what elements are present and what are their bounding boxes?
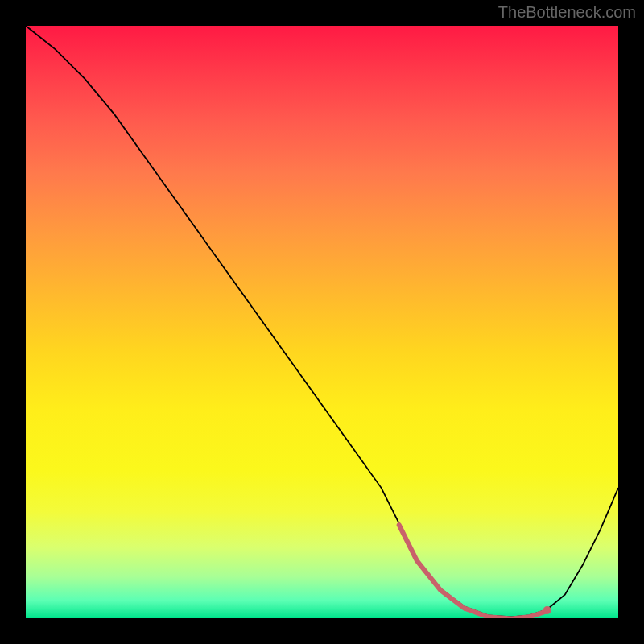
optimal-marker-dot: [543, 606, 551, 614]
bottleneck-curve: [26, 26, 618, 617]
optimal-range-marker: [399, 525, 547, 618]
watermark-text: TheBottleneck.com: [498, 3, 636, 22]
chart-plot-area: [26, 26, 618, 618]
chart-svg: [26, 26, 618, 618]
